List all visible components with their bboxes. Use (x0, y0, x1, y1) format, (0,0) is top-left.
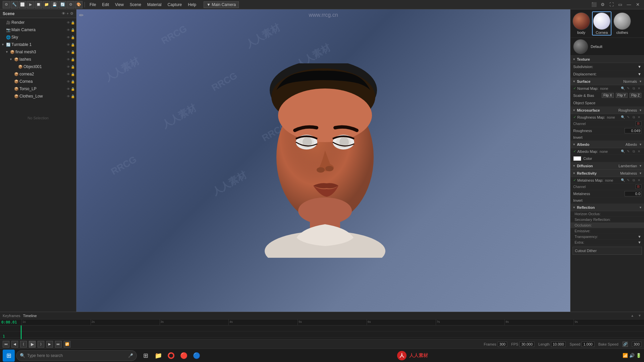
tree-vis-torso[interactable]: 👁 (67, 87, 70, 91)
transport-prev-frame[interactable]: ◀ (11, 341, 18, 348)
tree-vis-turn[interactable]: 👁 (67, 43, 70, 47)
metalness-input[interactable] (625, 191, 641, 196)
menu-edit[interactable]: Edit (99, 2, 112, 8)
roughness-search[interactable]: 🔍 (621, 115, 625, 119)
taskbar-chrome-icon[interactable]: ⭕ (165, 350, 177, 362)
metalness-delete[interactable]: ✕ (637, 178, 641, 182)
tree-item-lashes[interactable]: ▼ 📦 lashes 👁 🔒 (0, 56, 76, 63)
minimize-icon[interactable]: — (625, 1, 633, 8)
timeline-expand-btn[interactable]: ▲ (631, 314, 634, 317)
tree-item-clothes[interactable]: 📦 Clothes_Low 👁 🔒 (0, 93, 76, 100)
taskbar-search-box[interactable]: 🔍 Type here to search 🎤 (16, 350, 137, 361)
metalness-map-check[interactable]: ✓ (573, 178, 576, 182)
displacement-dropdown[interactable]: ▼ (638, 72, 641, 76)
taskbar-network-icon[interactable]: 📶 (623, 353, 628, 358)
albedo-section-header[interactable]: ▼ Albedo Albedo ▼ (571, 141, 644, 148)
tree-vis-cam[interactable]: 👁 (67, 28, 70, 32)
normal-map-search[interactable]: 🔍 (621, 86, 625, 90)
fullscreen-icon[interactable]: ⛶ (608, 1, 615, 8)
scene-icon-eye[interactable]: 👁 (62, 11, 65, 16)
scene-icon-gear[interactable]: ⚙ (70, 11, 73, 16)
normal-map-delete[interactable]: ✕ (637, 86, 641, 90)
metalness-channel-r[interactable]: R (636, 184, 641, 189)
viewport[interactable]: ✏ RRCG 人人素材 人人素材 RRCG 人人素材 RRCG RRCG 人人素… (76, 9, 570, 312)
reflectivity-chevron[interactable]: ▼ (639, 172, 642, 175)
tree-vis-obj001[interactable]: 👁 (67, 65, 70, 69)
flip-x-btn[interactable]: Flip X (602, 93, 614, 98)
tree-lock-clothes[interactable]: 🔒 (71, 95, 75, 98)
link-icon[interactable]: 🔗 (623, 342, 628, 347)
roughness-input[interactable] (625, 128, 641, 133)
restore-icon[interactable]: ▭ (616, 1, 624, 8)
tree-item-cornea[interactable]: 📦 Cornea 👁 🔒 (0, 78, 76, 85)
transparency-dropdown[interactable]: ▼ (638, 235, 641, 239)
flip-z-btn[interactable]: Flip Z (630, 93, 641, 98)
reflection-chevron[interactable]: ▼ (639, 206, 642, 209)
transport-to-end[interactable]: ⏭ (55, 341, 62, 348)
tree-item-render[interactable]: 🎥 Render 👁 🔒 (0, 19, 76, 26)
extra-dropdown[interactable]: ▼ (638, 240, 641, 244)
tree-vis-sky[interactable]: 👁 (67, 36, 70, 39)
transport-next-frame[interactable]: ▶ (46, 341, 53, 348)
flip-y-btn[interactable]: Flip Y (616, 93, 628, 98)
settings-icon[interactable]: ⚙ (599, 1, 606, 8)
close-icon[interactable]: ✕ (634, 1, 641, 8)
tree-item-mesh3[interactable]: ▼ 📦 final mesh3 👁 🔒 (0, 48, 76, 56)
surface-section-header[interactable]: ▼ Surface Normals ▼ (571, 78, 644, 85)
normal-map-copy[interactable]: ⧉ (631, 86, 636, 90)
roughness-map-check[interactable]: ✓ (573, 115, 576, 119)
taskbar-mic-icon[interactable]: 🎤 (128, 353, 133, 358)
subdivision-dropdown[interactable]: ▼ (638, 65, 641, 69)
tree-lock-mesh3[interactable]: 🔒 (71, 50, 75, 54)
tree-lock-cam[interactable]: 🔒 (71, 28, 75, 32)
menu-material[interactable]: Material (145, 2, 164, 8)
normal-map-check[interactable]: ✓ (573, 86, 576, 90)
albedo-edit[interactable]: ✎ (626, 149, 631, 154)
camera-dropdown[interactable]: ▼ Main Camera (204, 1, 239, 8)
toolbar-icon-3[interactable]: ⬜ (19, 1, 26, 8)
tree-vis-clothes[interactable]: 👁 (67, 95, 70, 98)
roughness-delete[interactable]: ✕ (637, 115, 641, 119)
tree-lock-sky[interactable]: 🔒 (71, 36, 75, 39)
surface-section-chevron[interactable]: ▼ (639, 80, 642, 83)
menu-scene[interactable]: Scene (127, 2, 144, 8)
metalness-edit[interactable]: ✎ (626, 178, 631, 182)
toolbar-icon-2[interactable]: 🔧 (11, 1, 18, 8)
timeline-tracks[interactable]: 1 (0, 325, 644, 339)
taskbar-battery-icon[interactable]: 🔋 (636, 353, 641, 358)
tree-lock-lashes[interactable]: 🔒 (71, 58, 75, 61)
diffusion-chevron[interactable]: ▼ (639, 164, 642, 168)
toolbar-icon-8[interactable]: 🔄 (59, 1, 66, 8)
reflection-section-header[interactable]: ▼ Reflection ▼ (571, 204, 644, 211)
tree-vis-cornea[interactable]: 👁 (67, 80, 70, 83)
normal-map-edit[interactable]: ✎ (626, 86, 631, 90)
scene-icon-plus[interactable]: + (67, 11, 69, 16)
tree-item-obj001[interactable]: 📦 Object001 👁 🔒 (0, 63, 76, 70)
menu-file[interactable]: File (87, 2, 99, 8)
albedo-chevron[interactable]: ▼ (639, 143, 642, 146)
metalness-copy[interactable]: ⧉ (631, 178, 636, 182)
tree-lock-obj001[interactable]: 🔒 (71, 65, 75, 69)
transport-prev-key[interactable]: ⟨ (20, 341, 27, 348)
toolbar-icon-4[interactable]: ▶ (27, 1, 34, 8)
mat-item-cornea[interactable]: Cornea (592, 11, 611, 36)
albedo-delete[interactable]: ✕ (637, 149, 641, 154)
albedo-color-swatch[interactable] (573, 156, 581, 161)
albedo-search[interactable]: 🔍 (621, 149, 625, 154)
taskbar-view-icon[interactable]: ⊞ (140, 350, 152, 362)
roughness-edit[interactable]: ✎ (626, 115, 631, 119)
mat-item-body[interactable]: body (573, 12, 590, 35)
roughness-copy[interactable]: ⧉ (631, 115, 636, 119)
menu-capture[interactable]: Capture (165, 2, 185, 8)
toolbar-icon-1[interactable]: ⚙ (3, 1, 10, 8)
toolbar-icon-10[interactable]: 🎨 (75, 1, 83, 8)
metalness-search[interactable]: 🔍 (621, 178, 625, 182)
transport-next-key[interactable]: ⟩ (38, 341, 44, 348)
mat-sphere-default[interactable] (573, 39, 588, 54)
tree-lock-turn[interactable]: 🔒 (71, 43, 75, 47)
tree-lock-render[interactable]: 🔒 (71, 21, 75, 24)
transport-to-start[interactable]: ⏮ (3, 341, 9, 348)
microsurface-section-header[interactable]: ▼ Microsurface Roughness ▼ (571, 107, 644, 114)
taskbar-app2-icon[interactable]: 🔵 (191, 350, 203, 362)
toolbar-icon-5[interactable]: 🔲 (35, 1, 42, 8)
